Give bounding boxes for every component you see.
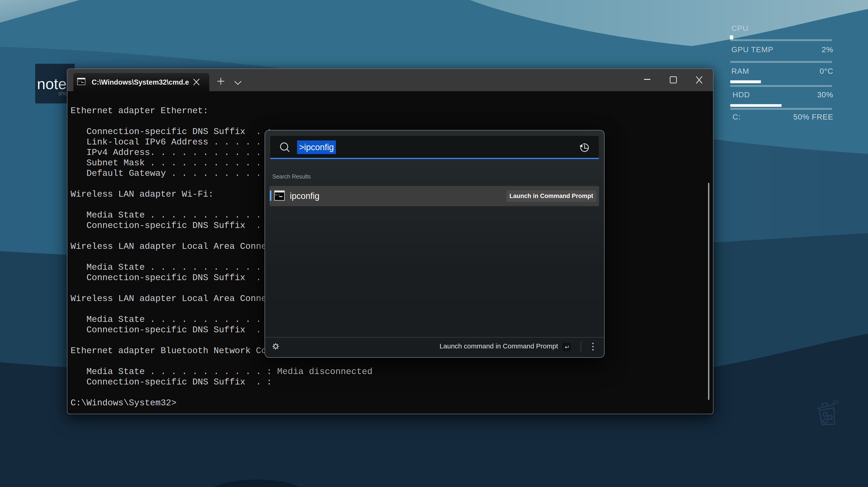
svg-text:30: 30 (832, 398, 839, 405)
svg-text:C:\: C:\ (275, 193, 280, 196)
